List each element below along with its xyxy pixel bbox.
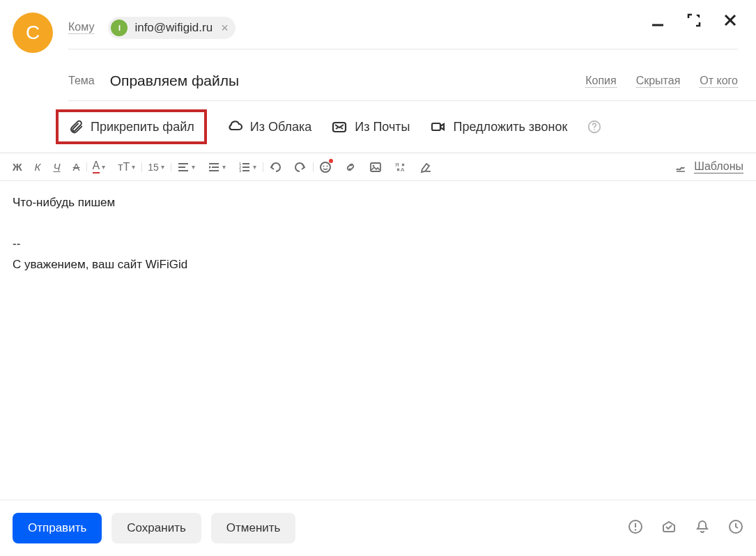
subject-label: Тема (68, 75, 95, 87)
signature-text: С уважением, ваш сайт WiFiGid (13, 256, 743, 274)
svg-text:Я: Я (395, 162, 399, 168)
chevron-down-icon: ▾ (253, 163, 256, 171)
font-size-case-button[interactable]: тТ▾ (118, 161, 135, 173)
clear-format-button[interactable] (419, 161, 432, 173)
cancel-button[interactable]: Отменить (211, 513, 296, 543)
important-icon[interactable] (628, 519, 643, 537)
to-label[interactable]: Кому (68, 21, 94, 34)
video-call-icon (430, 118, 447, 135)
strikethrough-button[interactable]: А (73, 161, 80, 173)
read-receipt-icon[interactable] (661, 519, 677, 537)
schedule-icon[interactable] (728, 519, 743, 537)
mail-icon (331, 118, 348, 135)
from-link[interactable]: От кого (700, 75, 738, 88)
chevron-down-icon: ▾ (161, 163, 164, 171)
list-button[interactable]: 123▾ (238, 161, 256, 173)
chevron-down-icon: ▾ (192, 163, 195, 171)
indent-button[interactable]: ▾ (208, 161, 226, 173)
svg-point-6 (594, 129, 595, 130)
maximize-icon[interactable] (686, 13, 702, 28)
svg-rect-22 (371, 163, 380, 171)
close-icon[interactable] (723, 13, 738, 28)
body-line: Что-нибудь пишем (13, 194, 743, 212)
chevron-down-icon: ▾ (102, 163, 105, 171)
suggest-call-button[interactable]: Предложить звонок (430, 118, 568, 135)
templates-link[interactable]: Шаблоны (694, 160, 743, 173)
bold-button[interactable]: Ж (13, 161, 22, 173)
svg-point-19 (321, 162, 330, 172)
svg-rect-4 (432, 123, 440, 130)
svg-point-21 (326, 165, 327, 167)
message-body[interactable]: Что-нибудь пишем -- С уважением, ваш сай… (0, 181, 756, 288)
image-button[interactable] (369, 161, 382, 173)
link-button[interactable] (344, 161, 357, 173)
cc-link[interactable]: Копия (585, 75, 616, 88)
help-icon[interactable] (587, 119, 602, 134)
signature-icon[interactable] (674, 161, 687, 173)
minimize-icon[interactable] (650, 13, 665, 28)
emoji-button[interactable] (319, 161, 332, 173)
align-button[interactable]: ▾ (177, 161, 195, 173)
notification-dot (329, 159, 333, 163)
subject-input[interactable]: Оправляем файлы (110, 72, 585, 89)
cloud-icon (226, 118, 243, 135)
svg-text:A: A (401, 167, 405, 173)
svg-point-30 (635, 529, 636, 530)
attach-mail-button[interactable]: Из Почты (331, 118, 410, 135)
translate-button[interactable]: ЯA (394, 161, 407, 173)
chevron-down-icon: ▾ (222, 163, 226, 171)
chevron-down-icon: ▾ (132, 163, 135, 171)
text-color-button[interactable]: А▾ (93, 160, 106, 173)
font-size-select[interactable]: 15▾ (148, 162, 164, 173)
recipient-email: info@wifigid.ru (134, 21, 213, 35)
svg-point-20 (323, 165, 324, 167)
redo-button[interactable] (294, 161, 307, 173)
svg-text:3: 3 (239, 169, 242, 173)
save-button[interactable]: Сохранить (111, 513, 201, 543)
italic-button[interactable]: К (35, 161, 41, 173)
recipient-avatar: I (111, 20, 128, 36)
undo-button[interactable] (269, 161, 281, 173)
underline-button[interactable]: Ч (53, 161, 60, 173)
send-button[interactable]: Отправить (13, 513, 102, 543)
svg-point-23 (373, 164, 375, 167)
attach-file-button[interactable]: Прикрепить файл (56, 109, 207, 144)
sender-avatar: С (13, 13, 53, 53)
recipient-chip[interactable]: I info@wifigid.ru × (108, 17, 235, 39)
bcc-link[interactable]: Скрытая (636, 75, 681, 88)
reminder-icon[interactable] (695, 519, 710, 537)
signature-divider: -- (13, 235, 743, 253)
remove-recipient-icon[interactable]: × (221, 22, 229, 34)
attach-cloud-button[interactable]: Из Облака (226, 118, 312, 135)
paperclip-icon (68, 119, 84, 134)
